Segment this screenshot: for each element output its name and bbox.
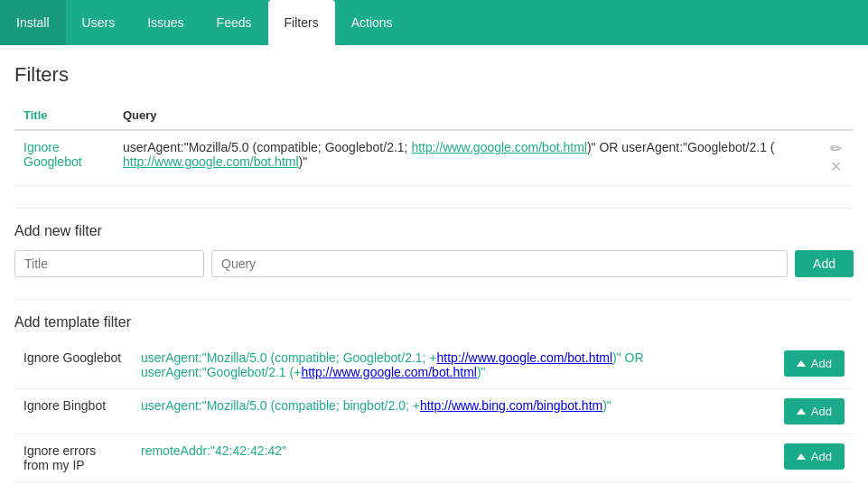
query-link-2[interactable]: http://www.google.com/bot.html	[123, 154, 299, 169]
col-header-title: Title	[14, 101, 114, 130]
query-text-2: )" OR userAgent:"Googlebot/2.1 (	[587, 140, 775, 154]
template-row-errors: Ignore errors from my IP remoteAddr:"42:…	[14, 434, 854, 482]
eq-text-1: remoteAddr:"42:42:42:42"	[141, 443, 286, 458]
tq-text-3: userAgent:"Googlebot/2.1 (+	[141, 365, 301, 379]
filter-actions: ✏ ✕	[808, 130, 854, 186]
arrow-up-icon-3	[797, 453, 806, 460]
bq-text-1: userAgent:"Mozilla/5.0 (compatible; bing…	[141, 398, 420, 413]
query-text-1: userAgent:"Mozilla/5.0 (compatible; Goog…	[123, 140, 411, 154]
bq-text-2: )"	[602, 398, 611, 413]
template-action-1: Add	[772, 341, 854, 389]
template-row-googlebot: Ignore Googlebot userAgent:"Mozilla/5.0 …	[14, 341, 854, 389]
title-input[interactable]	[14, 250, 204, 277]
template-title-1: Ignore Googlebot	[14, 341, 132, 389]
template-title-2: Ignore Bingbot	[14, 389, 132, 434]
template-query-3: remoteAddr:"42:42:42:42"	[132, 434, 772, 482]
tq-text-1: userAgent:"Mozilla/5.0 (compatible; Goog…	[141, 350, 437, 365]
bq-link-1[interactable]: http://www.bing.com/bingbot.htm	[420, 398, 602, 413]
arrow-up-icon-2	[797, 408, 806, 415]
add-template-button-1[interactable]: Add	[784, 350, 845, 377]
query-text-3: )"	[299, 154, 308, 169]
template-query-2: userAgent:"Mozilla/5.0 (compatible; bing…	[132, 389, 772, 434]
nav-actions[interactable]: Actions	[335, 0, 409, 45]
nav-install[interactable]: Install	[0, 0, 66, 45]
template-filter-heading: Add template filter	[14, 314, 854, 331]
nav-users[interactable]: Users	[66, 0, 132, 45]
page-title: Filters	[14, 63, 854, 87]
filters-table: Title Query IgnoreGooglebot userAgent:"M…	[14, 101, 854, 186]
col-header-query: Query	[114, 101, 808, 130]
template-row-bingbot: Ignore Bingbot userAgent:"Mozilla/5.0 (c…	[14, 389, 854, 434]
delete-icon[interactable]: ✕	[826, 158, 845, 176]
add-filter-button[interactable]: Add	[795, 250, 854, 277]
nav-issues[interactable]: Issues	[131, 0, 200, 45]
filter-title: IgnoreGooglebot	[14, 130, 114, 186]
template-table: Ignore Googlebot userAgent:"Mozilla/5.0 …	[14, 341, 854, 482]
add-filter-row: Add	[14, 250, 854, 277]
filter-query: userAgent:"Mozilla/5.0 (compatible; Goog…	[114, 130, 808, 186]
tq-link-2[interactable]: http://www.google.com/bot.html	[301, 365, 477, 379]
add-filter-section: Add new filter Add	[14, 223, 854, 277]
tq-text-4: )"	[477, 365, 486, 379]
add-filter-heading: Add new filter	[14, 223, 854, 239]
add-template-button-2[interactable]: Add	[784, 398, 845, 424]
tq-link-1[interactable]: http://www.google.com/bot.html	[437, 350, 613, 365]
template-filter-section: Add template filter Ignore Googlebot use…	[14, 314, 854, 482]
main-nav: Install Users Issues Feeds Filters Actio…	[0, 0, 868, 45]
add-template-button-3[interactable]: Add	[784, 443, 845, 470]
table-row: IgnoreGooglebot userAgent:"Mozilla/5.0 (…	[14, 130, 854, 186]
edit-icon[interactable]: ✏	[826, 140, 845, 158]
nav-filters[interactable]: Filters	[268, 0, 335, 45]
template-title-3: Ignore errors from my IP	[14, 434, 132, 482]
nav-feeds[interactable]: Feeds	[201, 0, 268, 45]
template-action-3: Add	[772, 434, 854, 482]
template-action-2: Add	[772, 389, 854, 434]
template-query-1: userAgent:"Mozilla/5.0 (compatible; Goog…	[132, 341, 772, 389]
col-header-actions	[808, 101, 854, 130]
arrow-up-icon-1	[797, 360, 806, 367]
tq-text-2: )" OR	[612, 350, 644, 365]
page-content: Filters Title Query IgnoreGooglebot user…	[0, 45, 868, 494]
query-input[interactable]	[211, 250, 788, 277]
query-link-1[interactable]: http://www.google.com/bot.html	[411, 140, 587, 154]
